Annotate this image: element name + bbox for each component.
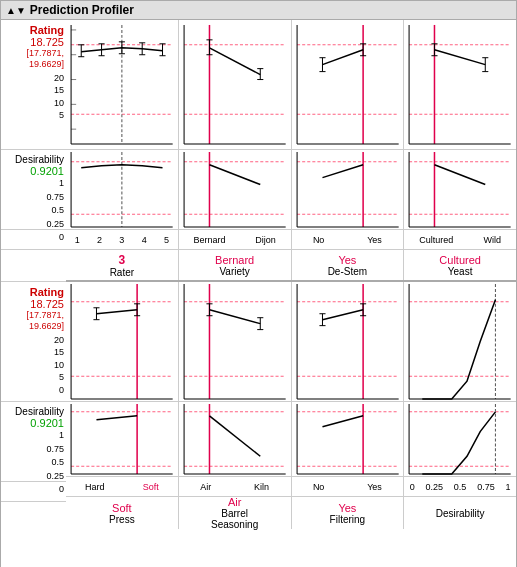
yeast-selected-value: Cultured [439, 254, 481, 266]
yeast-label-cultured: Cultured [419, 235, 453, 245]
destem-var-name: De-Stem [328, 266, 367, 277]
variety-label-dijon: Dijon [255, 235, 276, 245]
top-selected-values: 3 Rater Bernard Variety Yes De-Stem Cult… [66, 250, 516, 282]
seasoning-var-name2: Seasoning [211, 519, 258, 530]
destem-rating-plot[interactable] [292, 20, 405, 149]
window-title: Prediction Profiler [30, 3, 134, 17]
rater-label-5: 5 [164, 235, 169, 245]
seasoning-label-air: Air [200, 482, 211, 492]
desirability-value-top: 0.9201 [30, 165, 64, 177]
variety-selected-value: Bernard [215, 254, 254, 266]
bottom-x-labels: Hard Soft Air Kiln No Yes 0 0.25 0.5 0.7… [66, 477, 516, 497]
desirability-label-05: 0.5 [454, 482, 467, 492]
rater-label-4: 4 [142, 235, 147, 245]
seasoning-desirability-plot[interactable] [179, 402, 292, 476]
top-x-labels: 1 2 3 4 5 Bernard Dijon No Yes Cultured … [66, 230, 516, 250]
filtering-desirability-plot[interactable] [292, 402, 405, 476]
rating-value-top: 18.725 [30, 36, 64, 48]
yeast-desirability-plot[interactable] [404, 150, 516, 229]
press-var-name: Press [109, 514, 135, 525]
left-labels: Rating 18.725 [17.7871,19.6629] 20 15 10… [1, 20, 66, 567]
filtering-var-name: Filtering [330, 514, 366, 525]
rating-label-top: Rating [30, 24, 64, 36]
desirability-label-1: 1 [506, 482, 511, 492]
press-label-soft: Soft [143, 482, 159, 492]
destem-selected-value: Yes [338, 254, 356, 266]
bottom-selected-values: Soft Press Air Barrel Seasoning Yes Filt… [66, 497, 516, 529]
seasoning-rating-plot[interactable] [179, 282, 292, 401]
desirability-value-bottom: 0.9201 [30, 417, 64, 429]
press-rating-plot[interactable] [66, 282, 179, 401]
desirability-label-top: Desirability [15, 154, 64, 165]
filtering-label-yes: Yes [367, 482, 382, 492]
filtering-label-no: No [313, 482, 325, 492]
rater-label-2: 2 [97, 235, 102, 245]
destem-label-yes: Yes [367, 235, 382, 245]
variety-rating-plot[interactable] [179, 20, 292, 149]
rating-value-bottom: 18.725 [30, 298, 64, 310]
rater-rating-plot[interactable] [66, 20, 179, 149]
destem-label-no: No [313, 235, 325, 245]
rating-interval-bottom: [17.7871,19.6629] [26, 310, 64, 332]
seasoning-selected-value: Air [228, 496, 241, 508]
variety-var-name: Variety [219, 266, 249, 277]
desirability-desirability-plot[interactable] [404, 402, 516, 476]
profiler-container: Rating 18.725 [17.7871,19.6629] 20 15 10… [0, 20, 517, 567]
press-selected-value: Soft [112, 502, 132, 514]
rating-label-bottom: Rating [30, 286, 64, 298]
desirability-var-name: Desirability [436, 508, 485, 519]
seasoning-label-kiln: Kiln [254, 482, 269, 492]
yeast-label-wild: Wild [483, 235, 501, 245]
main-plots: 1 2 3 4 5 Bernard Dijon No Yes Cultured … [66, 20, 516, 567]
desirability-label-0: 0 [410, 482, 415, 492]
press-desirability-plot[interactable] [66, 402, 179, 476]
variety-desirability-plot[interactable] [179, 150, 292, 229]
bottom-desirability-row [66, 402, 516, 477]
filtering-selected-value: Yes [338, 502, 356, 514]
rater-desirability-plot[interactable] [66, 150, 179, 229]
rater-label-3: 3 [119, 235, 124, 245]
desirability-label-025: 0.25 [426, 482, 444, 492]
bottom-rating-row [66, 282, 516, 402]
collapse-icon[interactable]: ▲▼ [6, 5, 26, 16]
seasoning-var-name: Barrel [221, 508, 248, 519]
desirability-label-075: 0.75 [477, 482, 495, 492]
destem-desirability-plot[interactable] [292, 150, 405, 229]
top-desirability-row [66, 150, 516, 230]
rating-interval-top: [17.7871,19.6629] [26, 48, 64, 70]
variety-label-bernard: Bernard [194, 235, 226, 245]
top-rating-row [66, 20, 516, 150]
desirability-label-bottom: Desirability [15, 406, 64, 417]
rater-var-name: Rater [110, 267, 134, 278]
yeast-var-name: Yeast [448, 266, 473, 277]
rater-selected-value: 3 [119, 253, 126, 267]
yeast-rating-plot[interactable] [404, 20, 516, 149]
press-label-hard: Hard [85, 482, 105, 492]
desirability-rating-plot[interactable] [404, 282, 516, 401]
rater-label-1: 1 [75, 235, 80, 245]
title-bar: ▲▼ Prediction Profiler [0, 0, 517, 20]
filtering-rating-plot[interactable] [292, 282, 405, 401]
